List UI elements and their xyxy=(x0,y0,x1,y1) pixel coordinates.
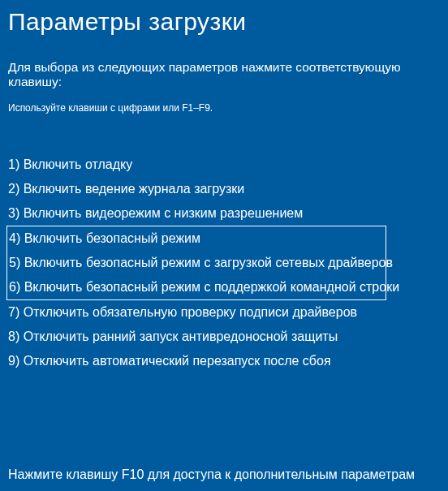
key-hint-text: Используйте клавиши с цифрами или F1–F9. xyxy=(8,102,440,114)
option-8-disable-antimalware[interactable]: 8) Отключить ранний запуск антивредоносн… xyxy=(8,325,440,349)
option-6-enable-safe-mode-command-prompt[interactable]: 6) Включить безопасный режим с поддержко… xyxy=(9,275,384,299)
option-9-disable-auto-restart[interactable]: 9) Отключить автоматический перезапуск п… xyxy=(8,349,440,373)
option-2-enable-boot-logging[interactable]: 2) Включить ведение журнала загрузки xyxy=(8,177,440,201)
f10-hint: Нажмите клавишу F10 для доступа к дополн… xyxy=(8,463,440,487)
startup-options-list: 1) Включить отладку 2) Включить ведение … xyxy=(8,153,440,373)
option-3-enable-low-res-video[interactable]: 3) Включить видеорежим с низким разрешен… xyxy=(8,201,440,226)
instruction-text: Для выбора из следующих параметров нажми… xyxy=(8,60,440,89)
page-title: Параметры загрузки xyxy=(8,8,440,36)
option-4-enable-safe-mode[interactable]: 4) Включить безопасный режим xyxy=(9,226,384,251)
option-5-enable-safe-mode-networking[interactable]: 5) Включить безопасный режим с загрузкой… xyxy=(9,251,384,275)
safe-mode-highlight-box: 4) Включить безопасный режим 5) Включить… xyxy=(6,226,386,300)
enter-hint: Нажмите клавишу ВВОД для возврата в опер… xyxy=(8,487,440,491)
option-7-disable-driver-signature[interactable]: 7) Отключить обязательную проверку подпи… xyxy=(8,300,440,325)
option-1-enable-debugging[interactable]: 1) Включить отладку xyxy=(8,153,440,177)
